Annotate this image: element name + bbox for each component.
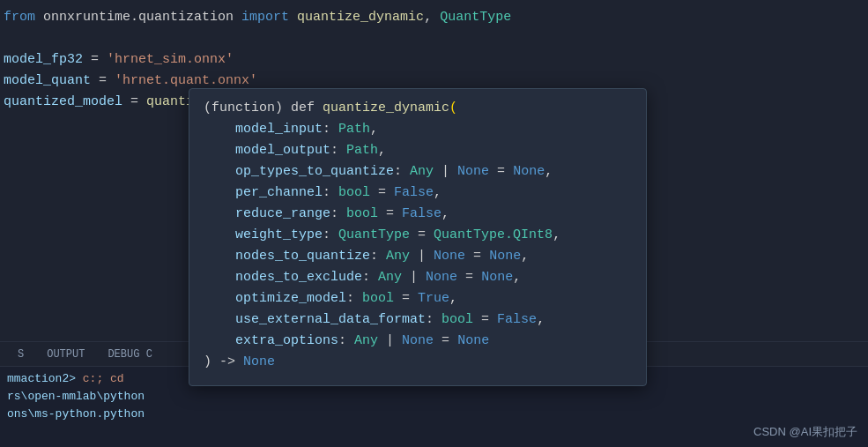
var-model-quant: model_quant <box>4 71 91 91</box>
tooltip-header: (function) def quantize_dynamic ( <box>204 98 632 119</box>
code-line-2 <box>4 28 868 49</box>
str-hrnet-sim: 'hrnet_sim.onnx' <box>107 50 234 70</box>
param-nodes-quantize: nodes_to_quantize : Any | None = None , <box>204 246 632 267</box>
assign: = <box>83 50 107 70</box>
tab-output[interactable]: OUTPUT <box>36 346 95 362</box>
space <box>289 8 297 27</box>
var-quantized-model: quantized_model <box>4 93 122 112</box>
keyword-from: from <box>4 8 35 27</box>
indent <box>204 183 235 204</box>
assign: = <box>91 71 115 91</box>
function-tooltip: (function) def quantize_dynamic ( model_… <box>189 88 647 386</box>
watermark: CSDN @AI果扣把子 <box>753 424 857 440</box>
var-model-fp32: model_fp32 <box>4 50 83 70</box>
param-reduce-range: reduce_range : bool = False , <box>204 204 632 225</box>
code-line-3: model_fp32 = 'hrnet_sim.onnx' <box>4 49 868 71</box>
param-model-output: model_output : Path , <box>204 140 632 161</box>
code-line-1: from onnxruntime.quantization import qua… <box>4 7 868 28</box>
param-use-external: use_external_data_format : bool = False … <box>204 309 632 331</box>
param-nodes-exclude: nodes_to_exclude : Any | None = None , <box>204 267 632 288</box>
indent <box>204 267 235 288</box>
indent <box>204 140 235 161</box>
terminal-line-2: rs\open-mmlab\python <box>7 388 861 406</box>
tooltip-fn-name: quantize_dynamic <box>323 98 449 119</box>
tab-debug[interactable]: DEBUG C <box>97 346 162 362</box>
indent <box>204 331 235 352</box>
param-model-input: model_input : Path , <box>204 119 632 140</box>
param-per-channel: per_channel : bool = False , <box>204 183 632 204</box>
indent <box>204 246 235 267</box>
assign: = <box>122 93 146 112</box>
cls-quanttype: QuantType <box>440 8 511 27</box>
tooltip-paren-open: ( <box>449 98 457 119</box>
tab-s[interactable]: S <box>7 346 34 362</box>
indent <box>204 204 235 225</box>
terminal-line-3: ons\ms-python.python <box>7 406 861 423</box>
param-extra-options: extra_options : Any | None = None <box>204 331 632 352</box>
keyword-import: import <box>241 8 289 27</box>
comma: , <box>424 8 440 27</box>
fn-quantize-dynamic: quantize_dynamic <box>297 8 424 27</box>
indent <box>204 288 235 309</box>
func-prefix: (function) def <box>204 98 323 119</box>
param-optimize-model: optimize_model : bool = True , <box>204 288 632 309</box>
param-op-types: op_types_to_quantize : Any | None = None… <box>204 161 632 183</box>
tooltip-footer: ) -> None <box>204 352 632 373</box>
module-name: onnxruntime.quantization <box>35 8 241 27</box>
indent <box>204 119 235 140</box>
param-weight-type: weight_type : QuantType = QuantType.QInt… <box>204 225 632 246</box>
indent <box>204 309 235 331</box>
indent <box>204 161 235 183</box>
indent <box>204 225 235 246</box>
